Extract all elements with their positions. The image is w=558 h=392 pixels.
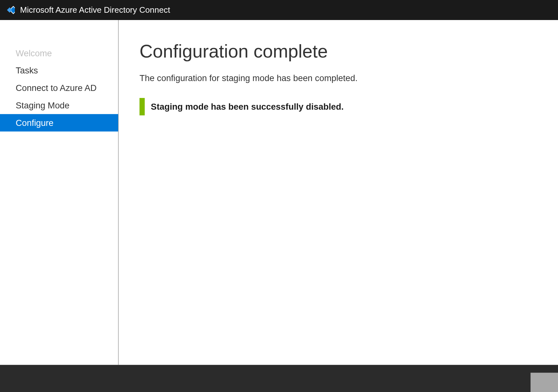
sidebar-item-tasks[interactable]: Tasks xyxy=(0,62,118,79)
body-area: Welcome Tasks Connect to Azure AD Stagin… xyxy=(0,20,558,365)
success-indicator-bar xyxy=(139,98,145,115)
titlebar-title: Microsoft Azure Active Directory Connect xyxy=(20,5,558,15)
status-row: Staging mode has been successfully disab… xyxy=(139,98,558,115)
page-title: Configuration complete xyxy=(139,41,558,62)
page-description: The configuration for staging mode has b… xyxy=(139,73,558,83)
sidebar-item-welcome[interactable]: Welcome xyxy=(0,45,118,62)
sidebar-item-staging-mode[interactable]: Staging Mode xyxy=(0,97,118,114)
footer: Previous Exit xyxy=(0,365,558,392)
sidebar-item-connect-azure-ad[interactable]: Connect to Azure AD xyxy=(0,79,118,97)
titlebar: Microsoft Azure Active Directory Connect… xyxy=(0,0,558,20)
status-message: Staging mode has been successfully disab… xyxy=(151,102,344,112)
main-content: Configuration complete The configuration… xyxy=(119,20,558,365)
app-icon xyxy=(4,5,15,15)
previous-button: Previous xyxy=(531,373,558,392)
sidebar: Welcome Tasks Connect to Azure AD Stagin… xyxy=(0,20,119,365)
sidebar-item-configure[interactable]: Configure xyxy=(0,114,118,132)
